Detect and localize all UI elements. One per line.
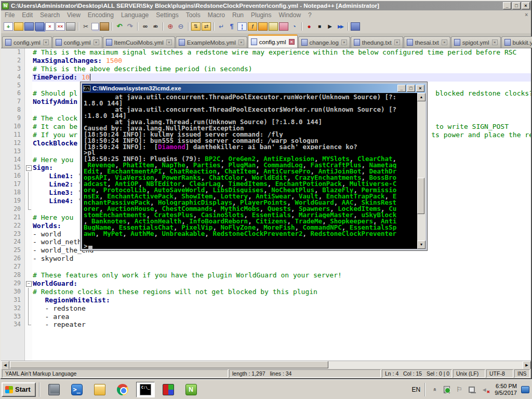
taskbar-cmd-button[interactable]: C:\_	[136, 382, 155, 397]
close-all-icon[interactable]: ××	[56, 22, 65, 31]
cmd-close-button[interactable]: ×	[416, 85, 424, 92]
taskbar-color-cube-button[interactable]	[159, 382, 178, 397]
tab-ExampleMobs-yml[interactable]: ExampleMobs.yml×	[176, 36, 247, 48]
cmd-scroll-down-icon[interactable]: ▼	[417, 241, 425, 249]
menu-view[interactable]: View	[63, 11, 84, 19]
zoom-out-icon[interactable]: ⊖	[176, 22, 185, 31]
undo-icon[interactable]: ↶	[115, 22, 124, 31]
replace-icon[interactable]: ab	[151, 22, 160, 31]
tab-close-icon[interactable]: ×	[166, 39, 172, 45]
new-file-icon[interactable]: +	[4, 22, 13, 31]
usb-device-icon[interactable]	[444, 386, 450, 393]
menu-edit[interactable]: Edit	[18, 11, 36, 19]
taskbar-server-manager-button[interactable]	[45, 382, 63, 397]
indent-guide-icon[interactable]: ¦	[237, 22, 247, 31]
taskbar-explorer-button[interactable]	[90, 382, 109, 397]
cmd-output[interactable]: at java.util.concurrent.ThreadPoolExecut…	[82, 93, 425, 249]
sync-v-icon[interactable]: ⇅	[191, 22, 201, 31]
macro-play-icon[interactable]: ▶	[325, 22, 335, 31]
sync-h-icon[interactable]: ⇄	[202, 22, 211, 31]
tab-close-icon[interactable]: ×	[94, 39, 99, 45]
scroll-right-icon[interactable]: ▶	[523, 361, 531, 369]
folder-workspace-icon[interactable]	[279, 22, 288, 31]
cmd-minimize-button[interactable]: _	[397, 85, 406, 92]
action-center-flag-icon[interactable]: ⚐	[455, 385, 464, 394]
tab-close-icon[interactable]: ×	[341, 39, 347, 45]
start-button[interactable]: Start	[2, 382, 36, 397]
menu-encoding[interactable]: Encoding	[84, 11, 117, 19]
word-wrap-icon[interactable]: ↵	[217, 22, 226, 31]
tab-thesai-txt[interactable]: thesai.txt×	[404, 36, 450, 48]
volume-muted-icon[interactable]	[480, 385, 489, 394]
menu-settings[interactable]: Settings	[152, 11, 182, 19]
show-symbols-icon[interactable]: ¶	[227, 22, 236, 31]
menu-plugins[interactable]: Plugins	[247, 11, 275, 19]
tab-config-yml[interactable]: config.yml×	[2, 36, 52, 48]
line-number: 15	[1, 164, 25, 172]
clock[interactable]: 6:50 PM 9/5/2017	[490, 383, 521, 396]
document-close-icon[interactable]: ×	[525, 12, 528, 18]
fold-margin-mark[interactable]	[25, 280, 32, 288]
tab-close-icon[interactable]: ×	[442, 39, 447, 45]
function-list-icon[interactable]: f	[248, 22, 257, 31]
tab-close-icon[interactable]: ×	[289, 39, 295, 45]
doc-map-icon[interactable]	[258, 22, 268, 31]
print-icon[interactable]	[66, 22, 75, 31]
menu-file[interactable]: File	[1, 11, 18, 19]
taskbar-chrome-button[interactable]	[113, 382, 132, 397]
fold-margin-mark[interactable]	[25, 164, 32, 172]
zoom-in-icon[interactable]: ⊕	[166, 22, 175, 31]
menu-run[interactable]: Run	[229, 11, 247, 19]
taskbar-notepad-plus-button[interactable]: N	[182, 382, 201, 397]
macro-run-multi-icon[interactable]: ▶▶	[336, 22, 345, 31]
network-icon[interactable]	[469, 387, 475, 393]
console-segment: Caused by: java.lang.NullPointerExceptio…	[84, 125, 244, 131]
macro-stop-icon[interactable]: ■	[315, 22, 324, 31]
console-segment: ,	[248, 218, 256, 224]
scroll-left-icon[interactable]: ◀	[1, 361, 9, 369]
paste-icon[interactable]	[100, 22, 109, 31]
copy-icon[interactable]	[91, 23, 99, 30]
macro-save-icon[interactable]	[351, 22, 360, 31]
close-doc-icon[interactable]: ×	[45, 22, 55, 31]
tab-config-yml[interactable]: config.yml×	[248, 34, 298, 48]
restore-button[interactable]: □	[512, 2, 521, 9]
menu-language[interactable]: Language	[117, 11, 152, 19]
find-icon[interactable]: oo	[140, 22, 150, 31]
cmd-maximize-button[interactable]: □	[407, 85, 415, 92]
horizontal-scrollbar[interactable]: ◀ ▶	[1, 361, 531, 369]
redo-icon[interactable]: ↷	[125, 22, 135, 31]
tab-config-yml[interactable]: config.yml×	[52, 36, 102, 48]
tab-close-icon[interactable]: ×	[492, 39, 498, 45]
tab-spigot-yml[interactable]: spigot.yml×	[451, 36, 501, 48]
cmd-scroll-up-icon[interactable]: ▲	[417, 93, 425, 101]
cut-icon[interactable]: ✂	[81, 22, 90, 31]
menu-tools[interactable]: Tools	[182, 11, 204, 19]
menu-search[interactable]: Search	[36, 11, 63, 19]
doc-switcher-icon[interactable]	[269, 22, 278, 31]
save-icon[interactable]	[24, 22, 34, 31]
show-desktop-button[interactable]	[521, 386, 529, 393]
cmd-scrollbar[interactable]: ▲ ▼	[417, 93, 425, 249]
macro-record-icon[interactable]: ●	[304, 22, 314, 31]
hidden-icons-chevron-icon[interactable]: »	[430, 385, 439, 394]
menu-help[interactable]: ?	[304, 11, 315, 19]
doc-monitor-icon[interactable]: ◔	[289, 22, 299, 31]
cmd-scroll-thumb[interactable]	[417, 178, 424, 214]
save-all-icon[interactable]	[35, 22, 44, 31]
tab-close-icon[interactable]: ×	[43, 39, 49, 45]
taskbar-powershell-button[interactable]: >_	[68, 382, 86, 397]
tab-close-icon[interactable]: ×	[394, 39, 400, 45]
tab-bukkit-yml[interactable]: bukkit.yml×	[501, 36, 532, 48]
close-button[interactable]: ×	[522, 2, 530, 9]
open-folder-icon[interactable]	[14, 22, 23, 31]
tab-thedung-txt[interactable]: thedung.txt×	[351, 36, 403, 48]
menu-window[interactable]: Window	[275, 11, 304, 19]
tab-ItemCuoiMobs-yml[interactable]: ItemCuoiMobs.yml×	[103, 36, 175, 48]
tab-close-icon[interactable]: ×	[238, 39, 244, 45]
hscroll-thumb[interactable]	[10, 361, 328, 368]
language-indicator[interactable]: EN	[408, 386, 425, 393]
tab-change-log[interactable]: change.log×	[298, 36, 350, 48]
menu-macro[interactable]: Macro	[204, 11, 229, 19]
minimize-button[interactable]: _	[503, 2, 511, 9]
